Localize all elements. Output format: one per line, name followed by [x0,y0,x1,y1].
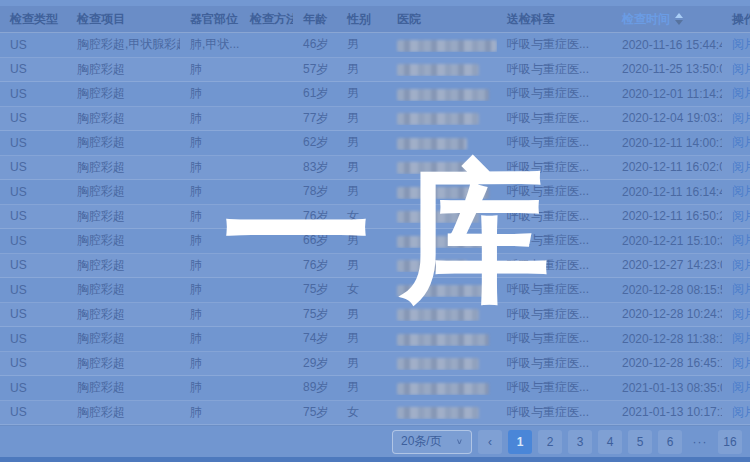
view-image-link[interactable]: 阅片 [732,111,750,125]
hospital-cell [387,381,497,395]
hospital-cell [387,111,497,125]
department-cell: 呼吸与重症医... [497,257,612,274]
age-cell: 62岁 [293,134,337,151]
exam-item-cell: 胸腔彩超 [67,232,180,249]
department-cell: 呼吸与重症医... [497,134,612,151]
exam-type-cell: US [0,185,67,199]
view-image-link[interactable]: 阅片 [732,282,750,296]
exam-time-cell: 2020-11-16 15:44:49 [612,38,722,52]
hospital-redacted-blur [397,383,489,395]
hospital-cell [387,307,497,321]
hospital-redacted-blur [397,260,467,272]
view-image-link[interactable]: 阅片 [732,184,750,198]
view-image-link[interactable]: 阅片 [732,356,750,370]
hospital-cell [387,332,497,346]
exam-item-cell: 胸腔彩超 [67,306,180,323]
gender-cell: 男 [337,330,387,347]
exam-time-cell: 2021-01-13 10:17:16 [612,405,722,419]
exam-time-cell: 2020-12-01 11:14:21 [612,87,722,101]
chevron-down-icon: ∨ [456,437,463,446]
hospital-cell [387,160,497,174]
view-image-link[interactable]: 阅片 [732,209,750,223]
department-cell: 呼吸与重症医... [497,306,612,323]
view-image-link[interactable]: 阅片 [732,233,750,247]
exam-type-cell: US [0,209,67,223]
col-header-exam-item: 检查项目 [67,11,180,28]
view-image-link[interactable]: 阅片 [732,62,750,76]
col-header-hospital: 医院 [387,11,497,28]
previous-page-button[interactable]: ‹ [478,430,502,454]
col-header-method: 检查方法 [240,11,293,28]
organ-cell: 肺 [180,306,240,323]
col-header-department: 送检科室 [497,11,612,28]
col-header-exam-time[interactable]: 检查时间 [612,11,722,28]
view-image-link[interactable]: 阅片 [732,86,750,100]
hospital-redacted-blur [397,64,479,76]
view-image-link[interactable]: 阅片 [732,380,750,394]
page-button[interactable]: 1 [508,430,532,454]
view-image-link[interactable]: 阅片 [732,331,750,345]
col-header-organ: 器官部位 [180,11,240,28]
hospital-redacted-blur [397,236,489,248]
sort-ascending-icon[interactable] [675,13,683,18]
exam-time-cell: 2020-12-28 08:15:51 [612,283,722,297]
exam-time-cell: 2020-12-21 15:10:33 [612,234,722,248]
sort-descending-icon[interactable] [675,20,683,25]
page-button[interactable]: 3 [568,430,592,454]
view-image-link[interactable]: 阅片 [732,258,750,272]
table-row: US 胸腔彩超 肺 83岁 男 呼吸与重症医... 2020-12-11 16:… [0,156,750,181]
exam-item-cell: 胸腔彩超 [67,208,180,225]
table-row: US 胸腔彩超 肺 78岁 男 呼吸与重症医... 2020-12-11 16:… [0,180,750,205]
exam-type-cell: US [0,38,67,52]
gender-cell: 男 [337,134,387,151]
table-body: US 胸腔彩超,甲状腺彩超 肺,甲状... 46岁 男 呼吸与重症医... 20… [0,33,750,425]
department-cell: 呼吸与重症医... [497,61,612,78]
gender-cell: 男 [337,257,387,274]
age-cell: 66岁 [293,232,337,249]
view-image-link[interactable]: 阅片 [732,160,750,174]
table-row: US 胸腔彩超 肺 89岁 男 呼吸与重症医... 2021-01-13 08:… [0,376,750,401]
view-image-link[interactable]: 阅片 [732,405,750,419]
col-header-actions: 操作 [722,11,750,28]
table-row: US 胸腔彩超 肺 57岁 男 呼吸与重症医... 2020-11-25 13:… [0,58,750,83]
view-image-link[interactable]: 阅片 [732,37,750,51]
hospital-redacted-blur [397,407,479,419]
page-size-select[interactable]: 20条/页 ∨ [392,430,472,454]
view-image-link[interactable]: 阅片 [732,307,750,321]
hospital-redacted-blur [397,138,467,150]
page-button[interactable]: 4 [598,430,622,454]
exam-time-cell: 2020-12-11 16:50:25 [612,209,722,223]
exam-type-cell: US [0,87,67,101]
hospital-redacted-blur [397,89,489,101]
age-cell: 77岁 [293,110,337,127]
exam-item-cell: 胸腔彩超 [67,355,180,372]
department-cell: 呼吸与重症医... [497,36,612,53]
exam-list-page: 检查类型 检查项目 器官部位 检查方法 年龄 性别 医院 送检科室 检查时间 操… [0,0,750,462]
gender-cell: 男 [337,61,387,78]
exam-item-cell: 胸腔彩超 [67,85,180,102]
page-button[interactable]: 2 [538,430,562,454]
page-button[interactable]: 6 [658,430,682,454]
gender-cell: 男 [337,355,387,372]
hospital-redacted-blur [397,334,489,346]
hospital-redacted-blur [397,113,479,125]
gender-cell: 男 [337,183,387,200]
hospital-cell [387,185,497,199]
department-cell: 呼吸与重症医... [497,208,612,225]
table-row: US 胸腔彩超 肺 29岁 男 呼吸与重症医... 2020-12-28 16:… [0,352,750,377]
page-button[interactable]: 5 [628,430,652,454]
view-image-link[interactable]: 阅片 [732,135,750,149]
hospital-cell [387,356,497,370]
age-cell: 57岁 [293,61,337,78]
page-size-label: 20条/页 [401,433,442,450]
age-cell: 61岁 [293,85,337,102]
sort-caret-icon[interactable] [675,13,683,25]
exam-item-cell: 胸腔彩超 [67,281,180,298]
exam-time-cell: 2020-12-28 10:24:30 [612,307,722,321]
department-cell: 呼吸与重症医... [497,183,612,200]
page-button[interactable]: 16 [718,430,742,454]
organ-cell: 肺 [180,183,240,200]
pagination-ellipsis[interactable]: ··· [688,430,712,454]
hospital-cell [387,209,497,223]
hospital-redacted-blur [397,187,489,199]
